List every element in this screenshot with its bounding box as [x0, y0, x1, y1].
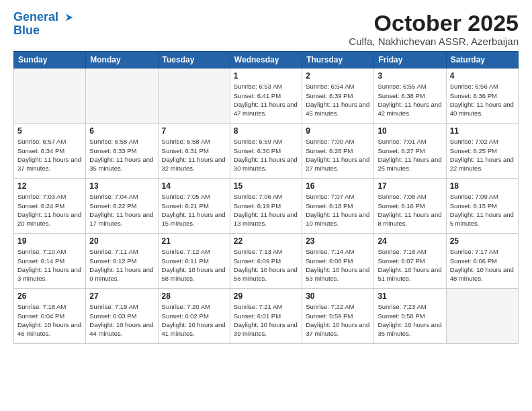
calendar-cell: 24Sunrise: 7:16 AMSunset: 6:07 PMDayligh… [374, 234, 446, 289]
day-detail: Sunrise: 7:23 AMSunset: 5:58 PMDaylight:… [378, 302, 442, 338]
calendar-cell: 26Sunrise: 7:18 AMSunset: 6:04 PMDayligh… [14, 289, 86, 344]
day-number: 21 [162, 236, 226, 246]
day-number: 28 [162, 291, 226, 301]
day-number: 31 [378, 291, 442, 301]
calendar-cell: 13Sunrise: 7:04 AMSunset: 6:22 PMDayligh… [86, 179, 158, 234]
day-number: 11 [450, 126, 515, 136]
calendar-cell: 19Sunrise: 7:10 AMSunset: 6:14 PMDayligh… [14, 234, 86, 289]
day-number: 1 [234, 71, 298, 81]
calendar-cell: 28Sunrise: 7:20 AMSunset: 6:02 PMDayligh… [158, 289, 230, 344]
svg-marker-0 [66, 14, 73, 21]
calendar-cell: 25Sunrise: 7:17 AMSunset: 6:06 PMDayligh… [446, 234, 518, 289]
day-detail: Sunrise: 7:19 AMSunset: 6:03 PMDaylight:… [89, 302, 154, 338]
day-number: 17 [378, 181, 442, 191]
day-detail: Sunrise: 6:54 AMSunset: 6:39 PMDaylight:… [306, 82, 370, 118]
day-detail: Sunrise: 6:53 AMSunset: 6:41 PMDaylight:… [234, 82, 298, 118]
calendar-cell: 17Sunrise: 7:08 AMSunset: 6:16 PMDayligh… [374, 179, 446, 234]
day-number: 15 [234, 181, 298, 191]
calendar-cell: 10Sunrise: 7:01 AMSunset: 6:27 PMDayligh… [374, 124, 446, 179]
day-detail: Sunrise: 7:10 AMSunset: 6:14 PMDaylight:… [17, 247, 82, 283]
day-number: 8 [234, 126, 298, 136]
calendar-cell: 23Sunrise: 7:14 AMSunset: 6:08 PMDayligh… [302, 234, 374, 289]
col-wednesday: Wednesday [230, 52, 302, 68]
day-number: 12 [17, 181, 82, 191]
calendar-cell: 29Sunrise: 7:21 AMSunset: 6:01 PMDayligh… [230, 289, 302, 344]
day-detail: Sunrise: 7:11 AMSunset: 6:12 PMDaylight:… [89, 247, 154, 283]
day-number: 24 [378, 236, 442, 246]
calendar-cell [446, 289, 518, 344]
calendar-cell: 1Sunrise: 6:53 AMSunset: 6:41 PMDaylight… [230, 68, 302, 124]
day-detail: Sunrise: 7:13 AMSunset: 6:09 PMDaylight:… [234, 247, 298, 283]
col-sunday: Sunday [14, 52, 86, 68]
day-number: 2 [306, 71, 370, 81]
day-detail: Sunrise: 7:05 AMSunset: 6:21 PMDaylight:… [162, 192, 226, 228]
header-row: Sunday Monday Tuesday Wednesday Thursday… [14, 52, 519, 68]
day-detail: Sunrise: 7:20 AMSunset: 6:02 PMDaylight:… [162, 302, 226, 338]
day-detail: Sunrise: 7:16 AMSunset: 6:07 PMDaylight:… [378, 247, 442, 283]
day-number: 14 [162, 181, 226, 191]
day-number: 5 [17, 126, 82, 136]
day-detail: Sunrise: 7:02 AMSunset: 6:25 PMDaylight:… [450, 137, 515, 173]
location-subtitle: Culfa, Nakhichevan ASSR, Azerbaijan [349, 36, 519, 47]
day-detail: Sunrise: 7:00 AMSunset: 6:28 PMDaylight:… [306, 137, 370, 173]
calendar-week-row: 1Sunrise: 6:53 AMSunset: 6:41 PMDaylight… [14, 68, 519, 124]
calendar-cell: 5Sunrise: 6:57 AMSunset: 6:34 PMDaylight… [14, 124, 86, 179]
day-number: 22 [234, 236, 298, 246]
day-detail: Sunrise: 6:58 AMSunset: 6:33 PMDaylight:… [89, 137, 154, 173]
day-detail: Sunrise: 7:09 AMSunset: 6:15 PMDaylight:… [450, 192, 515, 228]
calendar-cell: 6Sunrise: 6:58 AMSunset: 6:33 PMDaylight… [86, 124, 158, 179]
calendar-cell: 20Sunrise: 7:11 AMSunset: 6:12 PMDayligh… [86, 234, 158, 289]
day-detail: Sunrise: 7:08 AMSunset: 6:16 PMDaylight:… [378, 192, 442, 228]
calendar-table: Sunday Monday Tuesday Wednesday Thursday… [13, 51, 519, 344]
day-detail: Sunrise: 6:59 AMSunset: 6:30 PMDaylight:… [234, 137, 298, 173]
day-number: 10 [378, 126, 442, 136]
day-detail: Sunrise: 7:04 AMSunset: 6:22 PMDaylight:… [89, 192, 154, 228]
day-number: 16 [306, 181, 370, 191]
day-detail: Sunrise: 6:57 AMSunset: 6:34 PMDaylight:… [17, 137, 82, 173]
calendar-cell: 31Sunrise: 7:23 AMSunset: 5:58 PMDayligh… [374, 289, 446, 344]
day-detail: Sunrise: 7:17 AMSunset: 6:06 PMDaylight:… [450, 247, 515, 283]
day-detail: Sunrise: 7:18 AMSunset: 6:04 PMDaylight:… [17, 302, 82, 338]
header-area: General Blue October 2025 Culfa, Nakhich… [13, 11, 519, 47]
calendar-cell: 8Sunrise: 6:59 AMSunset: 6:30 PMDaylight… [230, 124, 302, 179]
calendar-week-row: 5Sunrise: 6:57 AMSunset: 6:34 PMDaylight… [14, 124, 519, 179]
day-detail: Sunrise: 6:56 AMSunset: 6:36 PMDaylight:… [450, 82, 515, 118]
calendar-cell: 7Sunrise: 6:58 AMSunset: 6:31 PMDaylight… [158, 124, 230, 179]
day-number: 20 [89, 236, 154, 246]
calendar-cell: 18Sunrise: 7:09 AMSunset: 6:15 PMDayligh… [446, 179, 518, 234]
calendar-cell: 16Sunrise: 7:07 AMSunset: 6:18 PMDayligh… [302, 179, 374, 234]
col-tuesday: Tuesday [158, 52, 230, 68]
day-number: 25 [450, 236, 515, 246]
calendar-cell: 12Sunrise: 7:03 AMSunset: 6:24 PMDayligh… [14, 179, 86, 234]
calendar-week-row: 26Sunrise: 7:18 AMSunset: 6:04 PMDayligh… [14, 289, 519, 344]
col-thursday: Thursday [302, 52, 374, 68]
day-number: 18 [450, 181, 515, 191]
day-number: 13 [89, 181, 154, 191]
calendar-cell [158, 68, 230, 124]
calendar-cell: 3Sunrise: 6:55 AMSunset: 6:38 PMDaylight… [374, 68, 446, 124]
logo: General Blue [13, 11, 75, 38]
calendar-cell: 2Sunrise: 6:54 AMSunset: 6:39 PMDaylight… [302, 68, 374, 124]
logo-text: General [13, 11, 75, 24]
day-number: 19 [17, 236, 82, 246]
page-container: General Blue October 2025 Culfa, Nakhich… [0, 0, 532, 351]
day-number: 4 [450, 71, 515, 81]
title-area: October 2025 Culfa, Nakhichevan ASSR, Az… [349, 11, 519, 47]
day-number: 29 [234, 291, 298, 301]
day-detail: Sunrise: 7:21 AMSunset: 6:01 PMDaylight:… [234, 302, 298, 338]
calendar-cell: 27Sunrise: 7:19 AMSunset: 6:03 PMDayligh… [86, 289, 158, 344]
calendar-cell: 14Sunrise: 7:05 AMSunset: 6:21 PMDayligh… [158, 179, 230, 234]
calendar-cell: 11Sunrise: 7:02 AMSunset: 6:25 PMDayligh… [446, 124, 518, 179]
calendar-cell: 9Sunrise: 7:00 AMSunset: 6:28 PMDaylight… [302, 124, 374, 179]
calendar-cell: 22Sunrise: 7:13 AMSunset: 6:09 PMDayligh… [230, 234, 302, 289]
col-friday: Friday [374, 52, 446, 68]
calendar-week-row: 19Sunrise: 7:10 AMSunset: 6:14 PMDayligh… [14, 234, 519, 289]
day-number: 26 [17, 291, 82, 301]
day-detail: Sunrise: 6:58 AMSunset: 6:31 PMDaylight:… [162, 137, 226, 173]
day-detail: Sunrise: 7:14 AMSunset: 6:08 PMDaylight:… [306, 247, 370, 283]
col-monday: Monday [86, 52, 158, 68]
day-detail: Sunrise: 6:55 AMSunset: 6:38 PMDaylight:… [378, 82, 442, 118]
logo-text2: Blue [13, 24, 75, 38]
day-number: 23 [306, 236, 370, 246]
calendar-cell: 4Sunrise: 6:56 AMSunset: 6:36 PMDaylight… [446, 68, 518, 124]
